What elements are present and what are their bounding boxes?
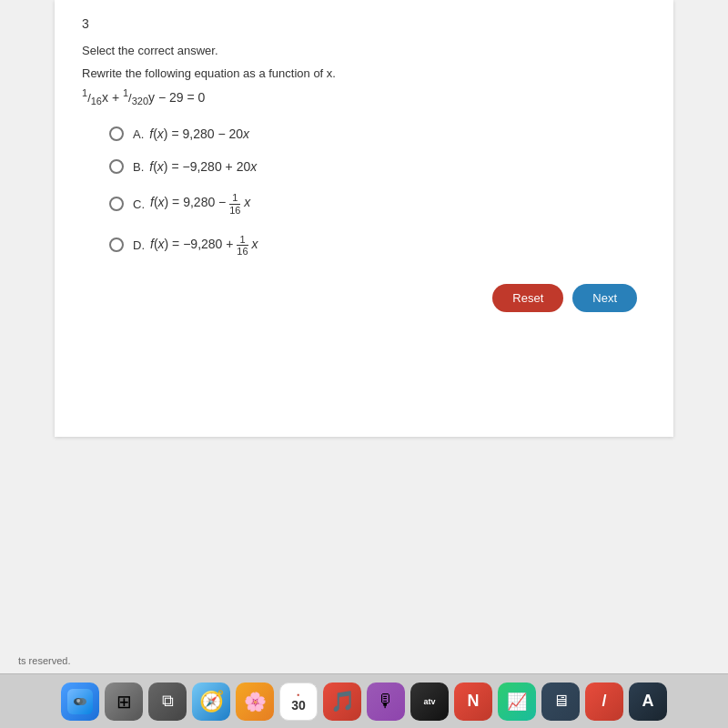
stocks-icon: 📈 xyxy=(507,692,527,712)
dock-podcast[interactable]: 🎙 xyxy=(367,682,405,721)
appletv-icon: atv xyxy=(423,697,435,706)
question-number: 3 xyxy=(82,16,646,31)
equation-display: 1/16x + 1/320y − 29 = 0 xyxy=(82,87,646,106)
launchpad-icon: ⊞ xyxy=(116,691,132,713)
buttons-row: Reset Next xyxy=(82,284,646,312)
options-list: A. f(x) = 9,280 − 20x B. f(x) = −9,280 +… xyxy=(109,126,646,256)
dock-safari[interactable]: 🧭 xyxy=(192,682,230,721)
slash-icon: / xyxy=(602,692,606,711)
a-text-icon: A xyxy=(642,692,654,711)
podcast-icon: 🎙 xyxy=(377,691,395,712)
reset-button[interactable]: Reset xyxy=(492,284,563,312)
finder-icon xyxy=(67,689,93,714)
option-d-formula: f(x) = −9,280 + 1 16 x xyxy=(150,234,258,257)
option-c-label: C. xyxy=(133,197,145,211)
option-d-label: D. xyxy=(133,238,145,252)
option-c-formula: f(x) = 9,280 − 1 16 x xyxy=(150,192,250,215)
dock-contacts[interactable]: 🌸 xyxy=(236,682,274,721)
dock-slash[interactable]: / xyxy=(585,682,623,721)
dock-news[interactable]: N xyxy=(454,682,492,721)
option-b-formula: f(x) = −9,280 + 20x xyxy=(149,159,257,174)
svg-point-3 xyxy=(76,699,80,703)
dock-finder[interactable] xyxy=(61,682,99,721)
option-a-label: A. xyxy=(133,127,144,141)
option-d[interactable]: D. f(x) = −9,280 + 1 16 x xyxy=(109,234,646,257)
mission-icon: ⧉ xyxy=(162,692,174,711)
mgmt-icon: 🖥 xyxy=(552,692,569,711)
question-card: 3 Select the correct answer. Rewrite the… xyxy=(55,0,673,437)
next-button[interactable]: Next xyxy=(572,284,637,312)
dock-music[interactable]: 🎵 xyxy=(323,682,361,721)
main-content: 3 Select the correct answer. Rewrite the… xyxy=(0,0,728,673)
dock-launchpad[interactable]: ⊞ xyxy=(105,682,143,721)
radio-a[interactable] xyxy=(109,126,124,141)
option-b[interactable]: B. f(x) = −9,280 + 20x xyxy=(109,159,646,174)
radio-d[interactable] xyxy=(109,238,124,252)
contacts-icon: 🌸 xyxy=(244,691,267,713)
news-icon: N xyxy=(468,692,480,711)
option-a-formula: f(x) = 9,280 − 20x xyxy=(149,126,249,141)
radio-c[interactable] xyxy=(109,197,124,211)
dock-stocks[interactable]: 📈 xyxy=(498,682,536,721)
instruction: Select the correct answer. xyxy=(82,44,646,57)
dock-mgmt[interactable]: 🖥 xyxy=(541,682,580,721)
calendar-date: 30 xyxy=(291,699,306,712)
dock-bar: ⊞ ⧉ 🧭 🌸 ▪ 30 🎵 🎙 atv N 📈 🖥 / A xyxy=(0,673,728,728)
copyright-text: ts reserved. xyxy=(18,655,70,666)
dock-calendar[interactable]: ▪ 30 xyxy=(279,682,318,721)
option-c[interactable]: C. f(x) = 9,280 − 1 16 x xyxy=(109,192,646,215)
dock-mission[interactable]: ⧉ xyxy=(148,682,187,721)
music-icon: 🎵 xyxy=(330,690,355,713)
dock-a[interactable]: A xyxy=(629,682,667,721)
question-text: Rewrite the following equation as a func… xyxy=(82,66,646,80)
safari-icon: 🧭 xyxy=(199,690,224,713)
option-b-label: B. xyxy=(133,160,144,174)
option-a[interactable]: A. f(x) = 9,280 − 20x xyxy=(109,126,646,141)
dock-appletv[interactable]: atv xyxy=(410,682,449,721)
radio-b[interactable] xyxy=(109,159,124,174)
